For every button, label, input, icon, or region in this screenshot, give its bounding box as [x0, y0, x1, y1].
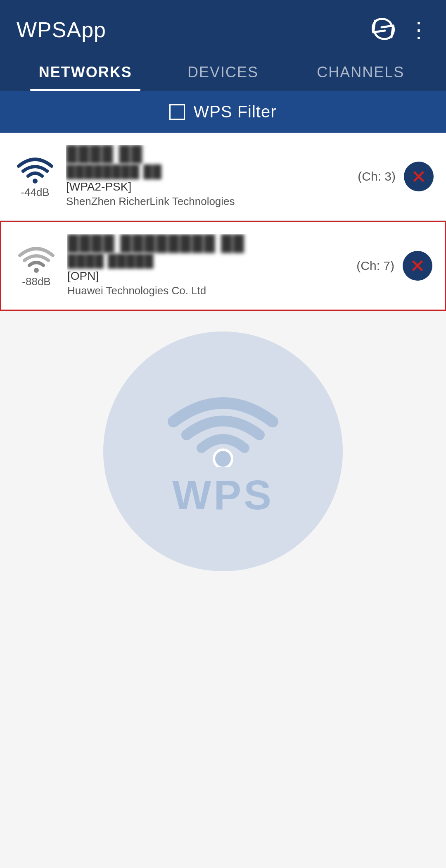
tabs: NETWORKS DEVICES CHANNELS [17, 55, 429, 91]
filter-bar: WPS Filter [0, 91, 446, 133]
network-vendor-2: Huawei Technologies Co. Ltd [67, 284, 348, 297]
wps-watermark: WPS [0, 311, 446, 592]
channel-badge-2: (Ch: 7) [356, 259, 394, 273]
wps-watermark-label: WPS [172, 471, 274, 519]
network-list: -44dB ████ ██ ████████ ██ [WPA2-PSK] She… [0, 133, 446, 311]
app-title: WPSApp [17, 17, 106, 42]
network-name-blurred-2: ████ ████████ ██ [67, 234, 348, 252]
network-security-2: [OPN] [67, 269, 348, 283]
header-icons: ⋮ [371, 17, 429, 43]
signal-db-2: -88dB [22, 275, 50, 288]
x-button-2[interactable] [403, 251, 432, 281]
svg-point-3 [34, 268, 39, 273]
tab-devices[interactable]: DEVICES [154, 55, 292, 91]
tab-networks[interactable]: NETWORKS [17, 55, 154, 91]
signal-container-2: -88dB [14, 244, 59, 288]
tab-channels[interactable]: CHANNELS [292, 55, 429, 91]
signal-container-1: -44dB [12, 155, 58, 199]
wifi-signal-icon-1 [17, 155, 54, 184]
network-item-1[interactable]: -44dB ████ ██ ████████ ██ [WPA2-PSK] She… [0, 133, 446, 221]
svg-point-0 [33, 179, 38, 184]
wps-wifi-icon [165, 384, 281, 467]
wps-filter-label: WPS Filter [193, 103, 276, 121]
svg-point-6 [214, 450, 232, 467]
network-name2-blurred-1: ████████ ██ [66, 165, 349, 179]
network-name-blurred-1: ████ ██ [66, 145, 349, 163]
wps-circle: WPS [103, 331, 343, 571]
network-info-1: ████ ██ ████████ ██ [WPA2-PSK] ShenZhen … [66, 145, 349, 208]
header-top: WPSApp ⋮ [17, 17, 429, 55]
more-menu-button[interactable]: ⋮ [408, 19, 429, 41]
signal-db-1: -44dB [21, 186, 49, 199]
header: WPSApp ⋮ NETWORKS DEVICES CHANNELS [0, 0, 446, 91]
network-info-2: ████ ████████ ██ ████ █████ [OPN] Huawei… [67, 234, 348, 297]
x-button-1[interactable] [404, 162, 434, 191]
network-name2-blurred-2: ████ █████ [67, 254, 348, 268]
bottom-area [0, 592, 446, 840]
wps-filter-checkbox[interactable] [169, 104, 185, 120]
refresh-button[interactable] [371, 17, 396, 43]
wifi-signal-icon-2 [18, 244, 55, 273]
channel-badge-1: (Ch: 3) [358, 169, 396, 184]
network-item-2[interactable]: -88dB ████ ████████ ██ ████ █████ [OPN] … [0, 221, 446, 311]
network-security-1: [WPA2-PSK] [66, 180, 349, 193]
network-vendor-1: ShenZhen RicherLink Technologies [66, 195, 349, 208]
